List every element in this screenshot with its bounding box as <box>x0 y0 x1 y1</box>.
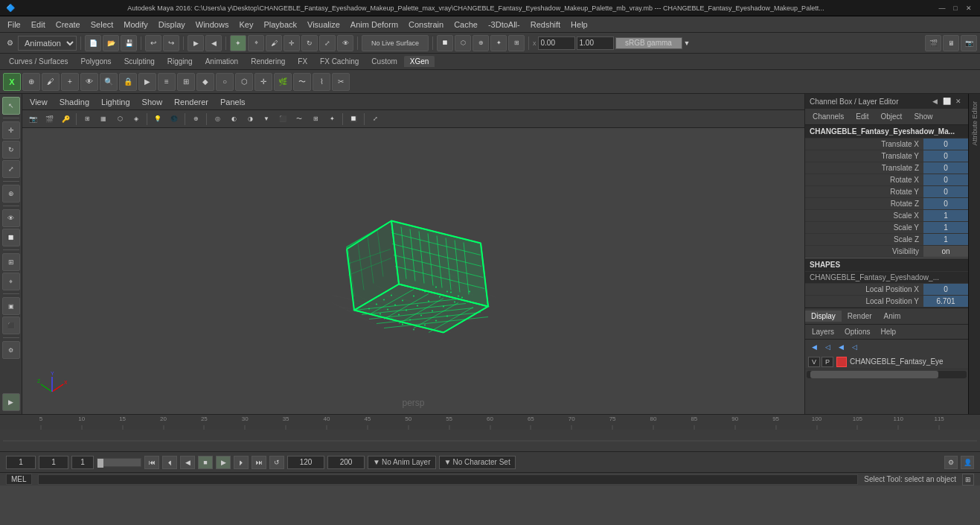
shelf-icon-move[interactable]: ✛ <box>254 73 272 91</box>
no-live-surface-btn[interactable]: No Live Surface <box>362 35 429 51</box>
cb-dock-icon[interactable]: ◀ <box>929 96 940 106</box>
dt-new-layer-icon[interactable]: ◀ <box>808 341 820 353</box>
channel-row-visibility[interactable]: Visibility on <box>805 246 968 258</box>
vp-icon7[interactable]: ⊞ <box>308 112 323 126</box>
render2-icon[interactable]: 🖥 <box>943 35 959 51</box>
frame-slider-track[interactable] <box>97 458 141 467</box>
rotate-tool-button[interactable]: ↻ <box>2 141 20 159</box>
dt-layer-options-icon[interactable]: ◀ <box>835 341 847 353</box>
vp-menu-view[interactable]: View <box>25 96 52 108</box>
menu-item-modify[interactable]: Modify <box>119 19 152 31</box>
toolbar-settings-icon[interactable]: ⚙ <box>3 36 16 50</box>
shelf-tab-fxcaching[interactable]: FX Caching <box>314 56 365 67</box>
shelf-tab-custom[interactable]: Custom <box>365 56 403 67</box>
ds-menu-layers[interactable]: Layers <box>808 327 838 337</box>
vp-light-button[interactable]: 💡 <box>150 112 165 126</box>
undo-button[interactable]: ↩ <box>145 35 161 51</box>
layout2-button[interactable]: ⬛ <box>2 316 20 334</box>
status-icon[interactable]: ⊞ <box>962 474 974 486</box>
vp-grid-button[interactable]: ⊞ <box>80 112 95 126</box>
menu-item-help[interactable]: Help <box>566 19 592 31</box>
move-tool-button[interactable]: ✛ <box>284 35 300 51</box>
transport-prefs-icon[interactable]: ⚙ <box>944 456 958 469</box>
select-tool-button[interactable]: ↖ <box>2 97 20 115</box>
snap3-button[interactable]: ⊕ <box>473 35 489 51</box>
vp-shading-button[interactable]: ▦ <box>96 112 111 126</box>
maximize-button[interactable]: □ <box>950 3 961 13</box>
shelf-icon-magnify[interactable]: 🔍 <box>100 73 118 91</box>
rotate-tool-button[interactable]: ↻ <box>301 35 318 51</box>
char-set-label[interactable]: ▼ No Character Set <box>439 456 516 469</box>
new-file-button[interactable]: 📄 <box>85 35 101 51</box>
shelf-icon-spline[interactable]: ⌇ <box>313 73 330 91</box>
select-button[interactable]: ✦ <box>230 35 246 51</box>
vp-key-button[interactable]: 🔑 <box>58 112 73 126</box>
vp-cam-button[interactable]: 📷 <box>25 112 40 126</box>
move-button[interactable]: ▶ <box>188 35 204 51</box>
channel-row-scale-y[interactable]: Scale Y 1 <box>805 222 968 234</box>
menu-item-file[interactable]: File <box>3 19 25 31</box>
channel-row-rotate-z[interactable]: Rotate Z 0 <box>805 198 968 210</box>
shelf-icon-shape2[interactable]: ○ <box>216 73 234 91</box>
dt-delete-layer-icon[interactable]: ◁ <box>822 341 833 353</box>
shelf-icon-tree[interactable]: 🌿 <box>274 73 292 91</box>
shelf-icon-connect[interactable]: ⬡ <box>235 73 253 91</box>
channel-row-rotate-x[interactable]: Rotate X 0 <box>805 174 968 186</box>
snap1-button[interactable]: 🔲 <box>437 35 453 51</box>
menu-item-cache[interactable]: Cache <box>449 19 482 31</box>
show-hide-button[interactable]: 👁 <box>337 35 353 51</box>
snap-curve-button[interactable]: ⌖ <box>2 273 20 290</box>
vp-icon2[interactable]: ◐ <box>226 112 241 126</box>
transport-to-end[interactable]: ⏭ <box>252 456 266 469</box>
menu-item-visualize[interactable]: Visualize <box>303 19 345 31</box>
shelf-icon-layers[interactable]: ≡ <box>158 73 176 91</box>
vp-menu-renderer[interactable]: Renderer <box>170 96 213 108</box>
vp-menu-lighting[interactable]: Lighting <box>97 96 135 108</box>
channel-row-translate-x[interactable]: Translate X 0 <box>805 139 968 150</box>
shelf-tab-polygons[interactable]: Polygons <box>74 56 117 67</box>
menu-item-create[interactable]: Create <box>51 19 85 31</box>
shelf-tab-curves[interactable]: Curves / Surfaces <box>3 56 74 67</box>
vp-icon1[interactable]: ◎ <box>210 112 225 126</box>
menu-item-3dtoall[interactable]: -3DtoAll- <box>484 19 525 31</box>
vp-icon8[interactable]: ✦ <box>324 112 339 126</box>
playback-start-field[interactable]: 1 <box>39 456 68 469</box>
transport-play-stop[interactable]: ■ <box>198 456 213 469</box>
channel-row-rotate-y[interactable]: Rotate Y 0 <box>805 186 968 198</box>
nav-back-button[interactable]: ◀ <box>205 35 222 51</box>
shelf-icon-select[interactable]: ⊕ <box>22 73 40 91</box>
cb-float-icon[interactable]: ⬜ <box>941 96 952 106</box>
shelf-tab-fx[interactable]: FX <box>292 56 313 67</box>
shelf-icon-x[interactable]: X <box>3 73 21 91</box>
vp-wire-button[interactable]: ⬡ <box>112 112 127 126</box>
playblast-button[interactable]: ▶ <box>2 393 20 411</box>
current-frame-slider[interactable]: 1 <box>71 456 94 469</box>
menu-item-windows[interactable]: Windows <box>191 19 234 31</box>
layout1-button[interactable]: ▣ <box>2 297 20 315</box>
transport-step-back[interactable]: ⏴ <box>162 456 177 469</box>
scale-tool-button[interactable]: ⤢ <box>2 160 20 178</box>
channel-row-scale-z[interactable]: Scale Z 1 <box>805 234 968 246</box>
vp-menu-shading[interactable]: Shading <box>55 96 94 108</box>
transport-play-fwd[interactable]: ▶ <box>216 456 231 469</box>
lang-selector[interactable]: MEL <box>6 474 32 485</box>
vp-icon10[interactable]: ⤢ <box>368 112 382 126</box>
snap5-button[interactable]: ⊞ <box>508 35 525 51</box>
menu-item-redshift[interactable]: Redshift <box>526 19 565 31</box>
vp-icon3[interactable]: ◑ <box>243 112 257 126</box>
channel-row-translate-z[interactable]: Translate Z 0 <box>805 162 968 174</box>
cb-close-icon[interactable]: ✕ <box>953 96 964 106</box>
transform-tool-button[interactable]: ✛ <box>2 121 20 139</box>
vp-menu-panels[interactable]: Panels <box>216 96 250 108</box>
vp-overlay-button[interactable]: ◈ <box>129 112 144 126</box>
menu-item-playback[interactable]: Playback <box>259 19 301 31</box>
shelf-icon-lock[interactable]: 🔒 <box>119 73 137 91</box>
dt-tab-display[interactable]: Display <box>805 311 842 322</box>
mode-dropdown[interactable]: Animation <box>18 36 77 51</box>
shelf-icon-cut[interactable]: ✂ <box>332 73 350 91</box>
vp-menu-show[interactable]: Show <box>138 96 167 108</box>
shelf-icon-grid[interactable]: ⊞ <box>177 73 195 91</box>
cb-tab-show[interactable]: Show <box>909 111 937 122</box>
snap4-button[interactable]: ✦ <box>490 35 507 51</box>
vp-icon5[interactable]: ⬛ <box>275 112 290 126</box>
